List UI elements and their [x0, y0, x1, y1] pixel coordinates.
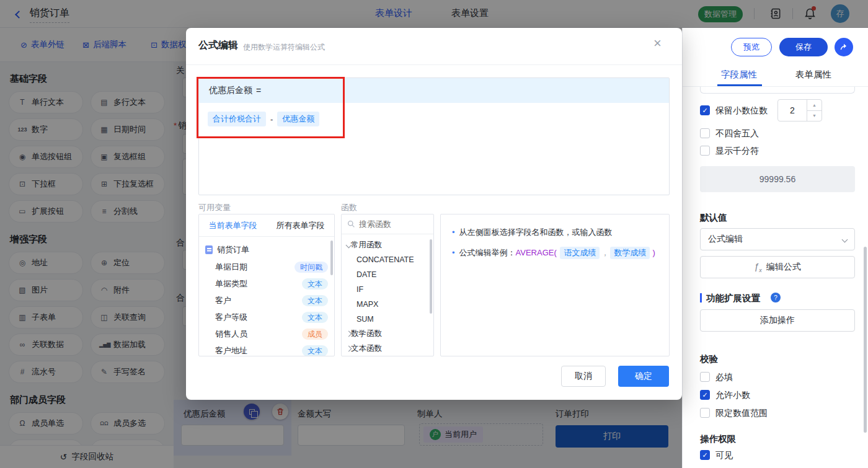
limit-range-checkbox[interactable] [700, 408, 710, 418]
field-pill-serial-number[interactable]: #流水号 [9, 361, 83, 383]
discounted-amount-input[interactable] [181, 425, 284, 446]
contacts-icon[interactable] [769, 7, 782, 22]
function-item[interactable]: SUM [342, 312, 433, 326]
default-value-select[interactable]: 公式编辑 [700, 228, 855, 250]
field-pill-location[interactable]: ⊕定位 [91, 252, 165, 274]
people-icon: ΩΩ [99, 420, 109, 426]
field-pill-multi-line-text[interactable]: ▤多行文本 [91, 91, 165, 113]
multiline-icon: ▤ [99, 98, 109, 107]
help-icon[interactable]: ? [771, 293, 781, 302]
variable-row[interactable]: 销售人员成员 [199, 326, 334, 342]
field-pill-member-multi[interactable]: ΩΩ成员多选 [91, 412, 165, 435]
field-pill-divider[interactable]: ≡分割线 [91, 200, 165, 223]
field-pill-checkbox-group[interactable]: ▣复选框组 [91, 146, 165, 168]
field-pill-subform[interactable]: ▥子表单 [9, 306, 83, 329]
tab-form-props[interactable]: 表单属性 [795, 69, 831, 81]
save-button[interactable]: 保存 [779, 38, 828, 56]
function-item[interactable]: IF [342, 282, 433, 296]
decimal-checkbox[interactable]: ✓ [700, 105, 710, 115]
scrollbar-thumb[interactable] [430, 239, 432, 314]
variable-row[interactable]: 单据类型文本 [199, 276, 334, 292]
function-search[interactable] [342, 214, 433, 234]
pen-icon: ✎ [99, 368, 109, 376]
edit-formula-button[interactable]: ƒx 编辑公式 [700, 256, 855, 278]
tab-field-props[interactable]: 字段属性 [721, 69, 757, 81]
form-title[interactable]: 销货订单 [30, 7, 69, 23]
avatar[interactable]: 存 [831, 4, 849, 23]
visible-checkbox[interactable]: ✓ [700, 450, 710, 460]
required-checkbox[interactable] [700, 372, 710, 382]
field-pill-member-single[interactable]: Ω成员单选 [9, 412, 83, 435]
creator-field[interactable]: 户当前用户 [419, 423, 543, 446]
function-item[interactable]: DATE [342, 267, 433, 281]
variable-row[interactable]: 客户等级文本 [199, 309, 334, 325]
field-pill-attachment[interactable]: ◠附件 [91, 279, 165, 301]
function-group-math[interactable]: 数学函数 [342, 327, 433, 341]
function-item[interactable]: CONCATENATE [342, 252, 433, 267]
script-icon: ⊠ [82, 40, 89, 50]
user-avatar: 户 [430, 429, 441, 440]
notification-dot [812, 6, 816, 11]
stepper-up[interactable]: ▲ [807, 100, 822, 111]
tab-current-form-fields[interactable]: 当前表单字段 [199, 214, 267, 236]
function-search-input[interactable] [359, 219, 421, 229]
variable-row[interactable]: 客户文本 [199, 293, 334, 309]
tree-root-form[interactable]: 销货订单 [199, 242, 334, 258]
enhanced-fields-grid: ◎地址 ⊕定位 ▧图片 ◠附件 ▥子表单 ◫关联查询 ∞关联数据 ▂▅▇数据加载… [0, 252, 174, 383]
tab-form-settings[interactable]: 表单设置 [451, 7, 489, 19]
field-pill-address[interactable]: ◎地址 [9, 252, 83, 274]
decimal-stepper[interactable]: 2 ▲ ▼ [777, 99, 822, 121]
field-pill-single-line-text[interactable]: T单行文本 [9, 91, 83, 113]
variable-row[interactable]: 单据日期时间戳 [199, 259, 334, 275]
back-button[interactable] [16, 10, 22, 19]
allow-decimal-checkbox[interactable]: ✓ [700, 390, 710, 400]
preview-button[interactable]: 预览 [731, 38, 772, 56]
print-button[interactable]: 打印 [556, 425, 668, 448]
form-external-link[interactable]: ⊘表单外链 [20, 39, 64, 50]
amount-words-input[interactable] [298, 425, 405, 446]
stepper-down[interactable]: ▼ [807, 111, 822, 121]
field-pill-radio-group[interactable]: ◉单选按钮组 [9, 146, 83, 168]
clipped-box-bottom [700, 87, 855, 94]
function-item[interactable]: MAPX [342, 297, 433, 311]
notification-bell-icon[interactable] [804, 7, 817, 22]
type-badge: 文本 [302, 345, 328, 356]
delete-field-button[interactable] [272, 404, 288, 420]
field-recycle-bin[interactable]: ↺字段回收站 [0, 445, 174, 468]
field-pill-signature[interactable]: ✎手写签名 [91, 361, 165, 383]
window-scrollbar[interactable] [864, 247, 867, 433]
cancel-button[interactable]: 取消 [561, 366, 606, 387]
copy-field-button[interactable] [244, 404, 260, 420]
data-manage-button[interactable]: 数据管理 [698, 6, 743, 22]
visible-label: 可见 [715, 450, 733, 461]
field-pill-extend-button[interactable]: ▭扩展按钮 [9, 200, 83, 223]
type-badge: 文本 [302, 312, 328, 323]
link-icon: ⊘ [20, 40, 27, 50]
current-user-chip[interactable]: 户当前用户 [423, 426, 483, 443]
app-window: 销货订单 表单设计 表单设置 数据管理 存 ⊘表单外链 ⊠后端脚本 ⊡数据权限 … [0, 0, 868, 468]
field-pill-image[interactable]: ▧图片 [9, 279, 83, 301]
discounted-amount-label: 优惠后金额 [184, 408, 226, 420]
backend-script[interactable]: ⊠后端脚本 [82, 39, 126, 50]
variables-label: 可用变量 [198, 202, 231, 213]
function-group-common[interactable]: 常用函数 [342, 238, 433, 252]
field-pill-data-load[interactable]: ▂▅▇数据加载 [91, 333, 165, 356]
variable-row[interactable]: 客户地址文本 [199, 343, 334, 356]
tab-all-form-fields[interactable]: 所有表单字段 [267, 214, 334, 236]
functions-panel: 常用函数 CONCATENATE DATE IF MAPX SUM 数学函数 文… [341, 214, 434, 356]
add-action-button[interactable]: 添加操作 [700, 309, 855, 332]
thousand-sep-checkbox[interactable] [700, 146, 710, 156]
field-pill-select[interactable]: ⊡下拉框 [9, 173, 83, 195]
close-icon[interactable]: × [653, 37, 662, 50]
confirm-button[interactable]: 确定 [618, 366, 669, 387]
no-rounding-checkbox[interactable] [700, 128, 710, 138]
scrollbar-thumb[interactable] [330, 241, 333, 275]
field-pill-datetime[interactable]: ▦日期时间 [91, 118, 165, 141]
field-pill-number[interactable]: 123数字 [9, 118, 83, 141]
tab-form-design[interactable]: 表单设计 [375, 7, 412, 19]
share-button[interactable] [835, 38, 853, 56]
field-pill-multi-select[interactable]: ⊞下拉复选框 [91, 173, 165, 195]
field-pill-linked-query[interactable]: ◫关联查询 [91, 306, 165, 329]
function-group-text[interactable]: 文本函数 [342, 342, 433, 356]
field-pill-linked-data[interactable]: ∞关联数据 [9, 333, 83, 356]
